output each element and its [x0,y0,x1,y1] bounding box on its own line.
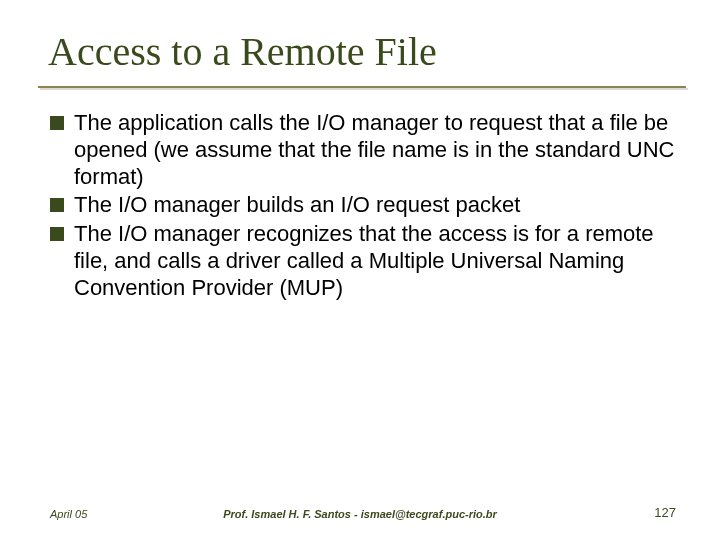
slide-title: Access to a Remote File [48,28,672,75]
square-bullet-icon [50,198,64,212]
list-item: The I/O manager recognizes that the acce… [50,221,680,301]
bullet-text: The I/O manager builds an I/O request pa… [74,192,520,219]
square-bullet-icon [50,227,64,241]
slide-body: The application calls the I/O manager to… [50,110,680,304]
slide-footer: April 05 Prof. Ismael H. F. Santos - ism… [0,502,720,520]
list-item: The application calls the I/O manager to… [50,110,680,190]
list-item: The I/O manager builds an I/O request pa… [50,192,680,219]
footer-page-number: 127 [654,505,676,520]
footer-author: Prof. Ismael H. F. Santos - ismael@tecgr… [0,508,720,520]
bullet-text: The application calls the I/O manager to… [74,110,680,190]
square-bullet-icon [50,116,64,130]
title-underline [38,86,686,88]
bullet-text: The I/O manager recognizes that the acce… [74,221,680,301]
slide: Access to a Remote File The application … [0,0,720,540]
